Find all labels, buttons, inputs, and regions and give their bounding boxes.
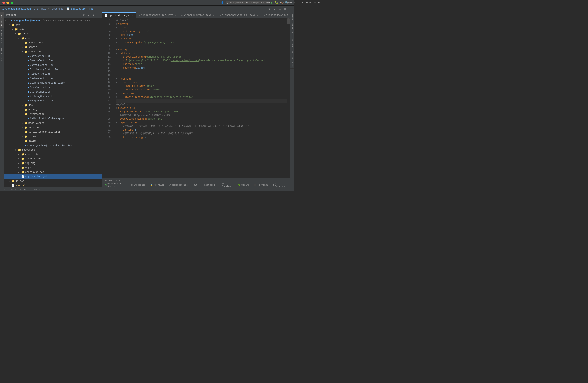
tree-item-controller[interactable]: ▼ 📁 controller [4, 49, 102, 54]
close-panel-icon[interactable]: ✕ [288, 7, 292, 11]
tree-item-jiankangcontroller[interactable]: ● JiankangjiaoyuController [4, 81, 102, 85]
right-tab-maven[interactable]: Maven [290, 12, 294, 22]
breadcrumb-src[interactable]: src [34, 7, 38, 10]
tree-item-src[interactable]: ▼ 📁 src [4, 23, 102, 27]
fold-29[interactable]: ▼ [116, 121, 117, 124]
user-icon[interactable]: 👤 [221, 1, 224, 4]
tree-item-pom[interactable]: 📄 pom.xml [4, 183, 102, 187]
tree-item-com[interactable]: ▼ 📁 com [4, 36, 102, 40]
tree-item-servletcontextlistener[interactable]: ▶ 📁 ServletContextListener [4, 130, 102, 134]
breadcrumb-project[interactable]: yiyuanguanhaojiuzhen [2, 7, 31, 10]
collapse-all-icon[interactable]: ⊟ [87, 13, 91, 17]
tree-item-interceptor[interactable]: ▼ 📁 interceptor [4, 112, 102, 117]
fold-9[interactable]: ▼ [116, 48, 117, 52]
minimize-button[interactable] [6, 2, 9, 4]
tab-yishengdao[interactable]: ☕ YishengDao.java ✕ [261, 12, 290, 18]
scope-icon[interactable]: ⊙ [267, 7, 271, 11]
tree-item-service[interactable]: ▶ 📁 service [4, 125, 102, 130]
tree-item-resources[interactable]: ▼ 📁 resources [4, 148, 102, 152]
editor-scrollbar[interactable] [287, 18, 290, 178]
tab-close-application[interactable]: ✕ [132, 14, 133, 17]
tab-luacheck[interactable]: ✓ LuaCheck [200, 183, 217, 187]
tree-item-dictionarycontroller[interactable]: ● DictionaryController [4, 67, 102, 72]
right-tab-notifications[interactable]: Notifications [290, 49, 294, 69]
fold-21[interactable]: ▼ [116, 92, 117, 95]
breadcrumb-main[interactable]: main [42, 7, 47, 10]
fold-3[interactable]: ▼ [116, 26, 117, 30]
tab-application-yml[interactable]: 📄 application.yml ✕ [102, 12, 136, 18]
tab-terminal[interactable]: ⬛ Terminal [252, 183, 270, 187]
tree-item-img[interactable]: ▶ 📁 img.img [4, 161, 102, 165]
tree-item-yishengcontroller[interactable]: ● YishengController [4, 94, 102, 99]
status-cursor[interactable]: 23:1 [2, 188, 8, 191]
breadcrumb-resources[interactable]: resources [50, 7, 63, 10]
tree-item-utils[interactable]: ▶ 📁 utils [4, 139, 102, 143]
tree-item-application-yml[interactable]: 📄 application.yml [4, 174, 102, 179]
hide-panel-icon[interactable]: — [96, 13, 101, 17]
tree-item-main-app[interactable]: ● yiyuanguanhaojiuzhenApplication [4, 143, 102, 148]
status-crlf[interactable]: CRLF [10, 188, 17, 191]
tree-item-thread[interactable]: ▶ 📁 thread [4, 134, 102, 139]
fold-25[interactable]: ▼ [116, 106, 117, 110]
tree-item-modelenums[interactable]: ▶ 📁 model.enums [4, 121, 102, 125]
panel-settings-icon[interactable]: ⚙ [283, 7, 287, 11]
bookmarks-tab[interactable]: 2: Bookmarks [0, 28, 4, 46]
tree-item-annotation[interactable]: ▶ 📁 annotation [4, 40, 102, 45]
fold-10[interactable]: ▼ [116, 52, 117, 55]
tree-item-front[interactable]: ▶ 📁 front.front [4, 157, 102, 161]
tab-close-3[interactable]: ✕ [257, 14, 258, 17]
fold-6[interactable]: ▼ [116, 37, 117, 40]
tree-item-authinterceptor[interactable]: ● AuthorizationInterceptor [4, 117, 102, 121]
status-indent[interactable]: 2 spaces [29, 188, 41, 191]
tab-todo[interactable]: TODO [190, 183, 199, 187]
code-editor[interactable]: # Tomcat ▼ server: ▼ tomcat: uri-encodin… [112, 18, 287, 178]
locate-icon[interactable]: ⊙ [82, 13, 86, 17]
tree-item-dao[interactable]: ▶ 📁 dao [4, 103, 102, 107]
tree-item-guahaocontroller[interactable]: ● GuahaoController [4, 76, 102, 81]
tree-item-admin[interactable]: ▶ 📁 admin.admin [4, 152, 102, 157]
tab-profiler[interactable]: ⌛ Profiler [148, 183, 166, 187]
tab-dependencies[interactable]: ⬡ Dependencies [167, 183, 190, 187]
close-button[interactable] [2, 2, 5, 4]
tree-item-commoncontroller[interactable]: ● CommonController [4, 59, 102, 63]
panel-options-icon[interactable]: ⚙ [91, 13, 96, 17]
tree-item-yonghucontroller[interactable]: ● YonghuController [4, 99, 102, 103]
right-tab-database[interactable]: Database [290, 22, 294, 35]
fold-7[interactable]: ▼ [116, 40, 117, 44]
tree-item-newscontroller[interactable]: ● NewsController [4, 85, 102, 90]
tree-item-upload[interactable]: ▶ 📁 upload [4, 179, 102, 183]
tab-close-2[interactable]: ✕ [213, 14, 214, 17]
tab-services[interactable]: ⚙ 8: Services [271, 182, 289, 187]
tree-item-chatcontroller[interactable]: ● ChatController [4, 54, 102, 59]
tree-item-filecontroller[interactable]: ● FileController [4, 72, 102, 76]
tree-item-userscontroller[interactable]: ● UsersController [4, 90, 102, 94]
breadcrumb-file[interactable]: 📄 application.yml [66, 7, 93, 10]
tree-item-root[interactable]: ▼ □ yiyuanguanhaojiuzhen ~/Documents/Jav… [4, 18, 102, 23]
fold-18[interactable]: ▼ [116, 81, 117, 84]
fold-2[interactable]: ▼ [116, 22, 117, 26]
status-encoding[interactable]: UTF-8 [19, 188, 27, 191]
structure-tab[interactable]: 2: Structure [0, 46, 4, 64]
tab-yishengservice[interactable]: ☕ YishengService.java ✕ [179, 12, 217, 18]
tree-item-mapper[interactable]: ▶ 📁 mapper [4, 165, 102, 170]
tree-item-main[interactable]: ▼ 📁 main [4, 27, 102, 32]
tree-item-configcontroller[interactable]: ● ConfigController [4, 63, 102, 67]
tab-close-1[interactable]: ✕ [175, 14, 176, 17]
tree-item-static-upload[interactable]: ▶ 📁 static.upload [4, 170, 102, 174]
scrollbar-thumb[interactable] [287, 18, 290, 24]
fold-17[interactable]: ▼ [116, 77, 117, 81]
right-tab-iclasslib[interactable]: iclasslib [290, 35, 294, 49]
fold-22[interactable]: ▼ [116, 95, 117, 99]
layout-icon[interactable]: ☰ [278, 7, 282, 11]
tab-spring[interactable]: 🌿 Spring [236, 183, 252, 187]
tab-version-control[interactable]: ⑆ 9: Version Control [103, 182, 129, 187]
tab-yishengcontroller[interactable]: ☕ YishengController.java ✕ [136, 12, 179, 18]
collapse-icon[interactable]: ⊟ [273, 7, 276, 11]
project-tab[interactable]: 1: Project [0, 12, 4, 28]
run-config[interactable]: yiyuanguanhaojiuzhenApplication [226, 1, 270, 4]
tab-problems[interactable]: ● 6: Problems [217, 182, 235, 187]
tab-yishengserviceimpl[interactable]: ☕ YishengServiceImpl.java ✕ [217, 12, 261, 18]
tree-item-config[interactable]: ▶ 📁 config [4, 45, 102, 49]
tree-item-java[interactable]: ▼ 📁 java [4, 32, 102, 36]
maximize-button[interactable] [11, 2, 13, 4]
